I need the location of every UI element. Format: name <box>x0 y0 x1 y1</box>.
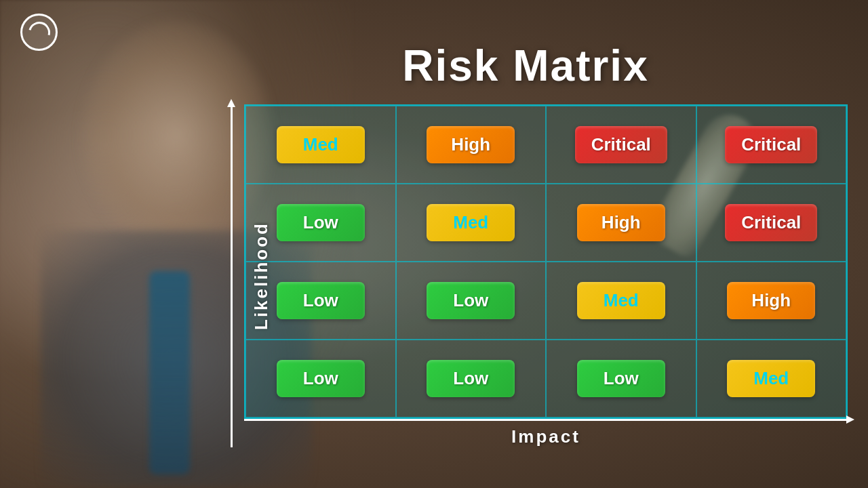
y-axis-label: Likelihood <box>251 222 272 330</box>
badge-med-r1-c1: Med <box>427 204 515 241</box>
badge-low-r3-c2: Low <box>577 360 665 397</box>
cell-r0-c3: Critical <box>696 106 847 184</box>
badge-med-r3-c3: Med <box>727 360 815 397</box>
risk-matrix-grid: MedHighCriticalCriticalLowMedHighCritica… <box>244 104 848 419</box>
x-axis-arrow <box>244 419 848 421</box>
badge-label-r3-c0: Low <box>303 368 338 389</box>
badge-label-r2-c2: Med <box>604 290 639 311</box>
badge-label-r3-c1: Low <box>453 368 488 389</box>
cell-r3-c3: Med <box>696 340 847 418</box>
badge-high-r2-c3: High <box>727 282 815 319</box>
badge-critical-r1-c3: Critical <box>725 204 817 241</box>
page-title: Risk Matrix <box>203 41 848 91</box>
matrix-wrapper: Likelihood MedHighCriticalCriticalLowMed… <box>244 104 848 447</box>
cell-r2-c1: Low <box>396 262 547 340</box>
badge-label-r3-c3: Med <box>753 368 789 389</box>
badge-low-r2-c1: Low <box>427 282 515 319</box>
badge-critical-r0-c3: Critical <box>725 126 817 163</box>
logo <box>20 14 58 51</box>
y-axis-arrow <box>231 104 233 447</box>
cell-r0-c0: Med <box>245 106 396 184</box>
logo-inner <box>24 18 54 47</box>
badge-label-r1-c0: Low <box>303 212 338 233</box>
badge-label-r3-c2: Low <box>604 368 639 389</box>
badge-label-r2-c0: Low <box>303 290 338 311</box>
badge-label-r1-c3: Critical <box>741 212 801 233</box>
cell-r0-c2: Critical <box>546 106 696 184</box>
badge-low-r3-c1: Low <box>427 360 515 397</box>
cell-r2-c3: High <box>696 262 847 340</box>
badge-label-r1-c1: Med <box>453 212 488 233</box>
badge-label-r2-c1: Low <box>453 290 488 311</box>
badge-high-r0-c1: High <box>427 126 515 163</box>
badge-low-r2-c0: Low <box>277 282 365 319</box>
badge-low-r3-c0: Low <box>277 360 365 397</box>
cell-r1-c2: High <box>546 184 696 262</box>
badge-label-r0-c1: High <box>451 134 490 155</box>
main-content: Risk Matrix Likelihood MedHighCriticalCr… <box>203 41 848 468</box>
cell-r3-c2: Low <box>546 340 696 418</box>
cell-r3-c0: Low <box>245 340 396 418</box>
tie-blur <box>149 271 190 474</box>
cell-r0-c1: High <box>396 106 547 184</box>
badge-label-r2-c3: High <box>751 290 791 311</box>
badge-med-r2-c2: Med <box>577 282 665 319</box>
cell-r3-c1: Low <box>396 340 547 418</box>
badge-label-r0-c3: Critical <box>741 134 801 155</box>
badge-label-r0-c0: Med <box>303 134 338 155</box>
badge-label-r1-c2: High <box>601 212 641 233</box>
badge-critical-r0-c2: Critical <box>575 126 667 163</box>
cell-r1-c3: Critical <box>696 184 847 262</box>
badge-high-r1-c2: High <box>577 204 665 241</box>
x-axis-label: Impact <box>244 426 848 447</box>
cell-r2-c2: Med <box>546 262 696 340</box>
badge-label-r0-c2: Critical <box>591 134 651 155</box>
badge-low-r1-c0: Low <box>277 204 365 241</box>
cell-r1-c1: Med <box>396 184 547 262</box>
badge-med-r0-c0: Med <box>277 126 365 163</box>
logo-circle <box>20 14 58 51</box>
